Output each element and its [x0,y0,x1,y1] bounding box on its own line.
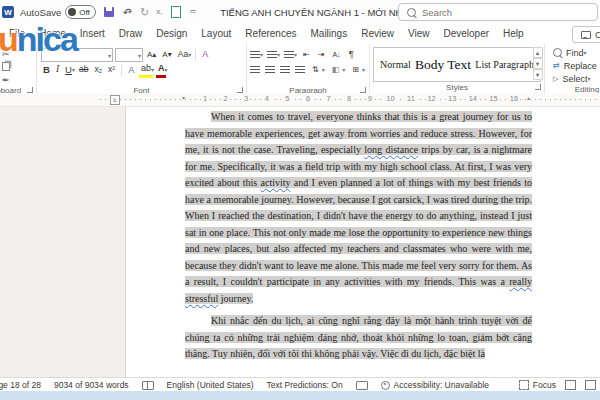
word-app-icon: W [2,6,14,18]
tab-layout[interactable]: Layout [194,24,238,44]
find-icon [553,48,562,57]
quick-access-toolbar: ↶▾ ↻ x, ▾ ≂ [104,6,196,19]
ruler-number: 4 [263,94,271,104]
unica-logo: unica [0,22,77,56]
ruler-number: 14 [467,94,479,104]
superscript-icon[interactable]: x² [106,63,117,76]
bullet-list-icon[interactable] [250,51,260,59]
replace-button[interactable]: ⇄ Replace [553,59,600,72]
autosave-toggle[interactable]: Off [65,5,96,19]
italic-button[interactable]: I [54,63,61,76]
tab-insert[interactable]: Insert [73,24,112,44]
find-button[interactable]: Find ▾ [553,46,600,59]
multilevel-list-icon[interactable] [284,51,294,59]
tab-selector-icon[interactable]: L [110,95,120,105]
scroll-up-icon[interactable]: ▲ [533,47,543,58]
tab-references[interactable]: References [238,24,303,44]
style-item-list-paragraph[interactable]: List Paragraph [475,59,534,70]
autosave-control[interactable]: AutoSave Off [20,5,96,19]
focus-button[interactable]: Focus [519,380,556,390]
ruler-number: 11 [405,94,417,104]
accessibility-icon [381,381,390,390]
line-spacing-icon[interactable]: ⇅ [310,63,321,76]
tab-design[interactable]: Design [149,24,194,44]
print-layout-icon[interactable] [585,380,596,390]
pilcrow-icon[interactable]: ¶ [347,48,356,61]
align-center-icon[interactable] [265,66,275,74]
word-count[interactable]: 9034 of 9034 words [54,380,129,390]
ruler-number: 3 [242,94,250,104]
font-size-combo[interactable]: ▾ [115,48,143,62]
grow-font-icon[interactable]: A▴ [145,48,158,61]
document-page[interactable]: When it comes to travel, everyone thinks… [125,107,600,377]
ruler-number: 2 [222,94,230,104]
outdent-icon[interactable]: ⇤ [301,48,312,61]
format-painter-icon[interactable]: ✒ [2,74,10,85]
keyboard-icon[interactable] [356,381,368,390]
align-right-icon[interactable] [280,66,290,74]
ruler-number: 8 [345,94,353,104]
tab-mailings[interactable]: Mailings [303,24,354,44]
style-item-normal[interactable]: Normal [380,59,411,70]
comments-button[interactable]: Comments [572,26,600,43]
text-effects-icon[interactable]: A [126,63,137,76]
subscript-qat-icon[interactable]: x, [156,8,162,16]
undo-button[interactable]: ↶▾ [121,6,133,19]
borders-icon[interactable]: ⊞ [350,63,361,76]
tab-review[interactable]: Review [354,24,401,44]
align-left-icon[interactable] [250,66,260,74]
language-indicator[interactable]: English (United States) [167,380,254,390]
subscript-icon[interactable]: x₂ [92,63,104,76]
sort-icon[interactable]: A↓ [330,48,342,61]
paragraph[interactable]: Khi nhắc đến du lịch, ai cũng nghĩ rằng … [185,313,532,363]
shrink-font-icon[interactable]: A▾ [160,48,173,61]
tab-draw[interactable]: Draw [112,24,149,44]
select-label: Select [562,74,587,84]
redo-icon[interactable]: ↻ [140,7,149,18]
page-indicator[interactable]: Page 18 of 28 [0,380,41,390]
ruler-number: 16 [508,94,520,104]
save-icon[interactable] [104,7,114,17]
strikethrough-icon[interactable]: ab [77,63,90,76]
shading-icon[interactable]: ◧ [330,63,342,76]
tab-view[interactable]: View [401,24,437,44]
grammar-marked-text[interactable]: activity [261,177,291,188]
grammar-marked-text[interactable]: really stressful [185,276,532,304]
read-mode-icon[interactable] [565,380,576,390]
proofing-icon[interactable] [142,381,154,390]
paste-special-button[interactable]: ▾ [169,6,182,19]
text-predictions[interactable]: Text Predictions: On [267,380,343,390]
scroll-down-icon[interactable]: ▼ [533,58,543,69]
paragraph[interactable]: When it comes to travel, everyone thinks… [185,109,532,307]
right-indent-marker-icon[interactable]: ▴ [527,94,530,101]
ruler-number: 15 [487,94,499,104]
copy-button[interactable] [2,61,10,72]
horizontal-ruler[interactable]: L 12345678910111213141516 ▾ ▴ [0,93,600,107]
styles-dialog-launcher-icon[interactable] [535,84,541,90]
tab-developer[interactable]: Developer [436,24,496,44]
left-indent-marker-icon[interactable]: ▾ [182,94,185,101]
select-icon: ▷ [553,75,558,83]
clear-formatting-icon[interactable]: A [200,48,210,61]
chevron-down-icon: ▾ [362,66,365,73]
styles-more-icon[interactable]: ▼ [533,69,543,80]
bold-button[interactable]: B [41,63,52,76]
grammar-marked-text[interactable]: long distance [364,144,418,155]
search-input[interactable]: Search [398,3,598,21]
tab-help[interactable]: Help [496,24,531,44]
autosave-state: Off [79,8,90,17]
style-item-body-text[interactable]: Body Text [415,57,471,73]
customize-qat-icon[interactable]: ≂ [189,8,196,16]
accessibility-status[interactable]: Accessibility: Unavailable [381,380,489,390]
chevron-down-icon: ▾ [128,6,131,19]
autosave-label: AutoSave [20,7,61,18]
justify-icon[interactable] [295,66,305,74]
chevron-down-icon: ▾ [294,51,297,58]
select-button[interactable]: ▷ Select ▾ [553,72,600,85]
selected-text[interactable]: Khi nhắc đến du lịch, ai cũng nghĩ rằng … [185,315,532,359]
indent-icon[interactable]: ⇥ [316,48,327,61]
paragraph-group: ▾ ▾ ▾ ⇤ ⇥ A↓ ¶ ⇅▾ ◧▾ ⊞▾ Paragraph [247,44,370,96]
selected-text[interactable]: When it comes to travel, everyone thinks… [185,111,532,304]
numbered-list-icon[interactable] [267,51,277,59]
replace-icon: ⇄ [553,61,560,70]
